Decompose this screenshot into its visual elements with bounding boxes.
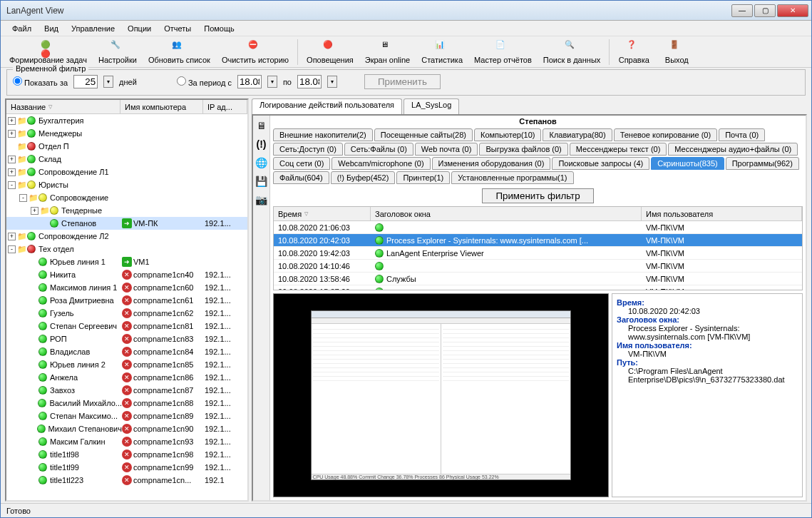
expand-icon[interactable]: -	[8, 245, 16, 253]
rec-header-time[interactable]: Время▽	[274, 207, 371, 220]
category-tab[interactable]: Принтер(1)	[396, 171, 450, 184]
tree-folder-row[interactable]: +📁Бухгалтерия	[6, 114, 247, 127]
record-row[interactable]: 10.08.2020 21:06:03VM-ПК\VM	[274, 221, 802, 234]
date-from-input[interactable]	[237, 75, 262, 88]
category-tab[interactable]: Выгрузка файлов (0)	[479, 143, 567, 156]
minimize-button[interactable]: —	[731, 4, 753, 17]
toolbar-button[interactable]: 👥Обновить список	[143, 39, 216, 66]
expand-icon[interactable]: +	[8, 156, 16, 163]
period-radio[interactable]: За период с	[177, 76, 232, 87]
record-row[interactable]: 10.08.2020 20:42:03Process Explorer - Sy…	[274, 234, 802, 247]
days-input[interactable]	[73, 75, 98, 88]
category-tab[interactable]: (!) Буфер(452)	[331, 171, 396, 184]
menu-item[interactable]: Файл	[6, 23, 37, 34]
tree-header-name[interactable]: Название▽	[6, 100, 120, 113]
category-tab[interactable]: Соц сети (0)	[273, 157, 330, 170]
record-row[interactable]: 06.08.2020 15:37:20VM-ПК\VM	[274, 285, 802, 290]
toolbar-button[interactable]: 🟢🔴Формирование задач	[4, 39, 93, 66]
category-tab[interactable]: Скриншоты(835)	[651, 157, 724, 170]
log-tab[interactable]: Логирование действий пользователя	[252, 98, 402, 114]
category-tab[interactable]: Внешние накопители(2)	[273, 128, 373, 141]
category-tab[interactable]: Webcam/microphone (0)	[332, 157, 430, 170]
globe-icon[interactable]: 🌐	[255, 157, 268, 170]
rec-header-user[interactable]: Имя пользователя	[642, 207, 802, 220]
maximize-button[interactable]: ▢	[754, 4, 776, 17]
category-tab[interactable]: Установленные программы(1)	[451, 171, 573, 184]
tree-folder-row[interactable]: +📁Тендерные	[6, 204, 247, 217]
tree-user-row[interactable]: Степан Максимо...✕compname1cn89192.1...	[6, 410, 247, 422]
tree-header-ip[interactable]: IP ад...	[203, 100, 247, 113]
apply-filter-button[interactable]: Применить фильтр	[482, 188, 593, 203]
tree-user-row[interactable]: Владислав✕compname1cn84192.1...	[6, 345, 247, 358]
toolbar-button[interactable]: 🔍Поиск в данных	[538, 39, 607, 66]
tree-header-comp[interactable]: Имя компьютера	[120, 100, 203, 113]
tree-user-row[interactable]: Юрьев линия 2✕compname1cn85192.1...	[6, 358, 247, 371]
tree-user-row[interactable]: Юрьев линия 1➜VM1	[6, 255, 247, 268]
apply-time-filter-button[interactable]: Применить	[364, 74, 441, 89]
date-to-dropdown[interactable]: ▾	[327, 76, 337, 88]
toolbar-button[interactable]: 🔴Оповещения	[301, 39, 359, 66]
records-body[interactable]: 10.08.2020 21:06:03VM-ПК\VM10.08.2020 20…	[274, 221, 802, 290]
menu-item[interactable]: Опции	[122, 23, 157, 34]
toolbar-button[interactable]: ❓Справка	[612, 39, 655, 66]
toolbar-button[interactable]: 🔧Настройки	[93, 39, 143, 66]
show-for-radio[interactable]: Показать за	[13, 76, 68, 87]
category-tab[interactable]: Мессенджеры текст (0)	[570, 143, 667, 156]
tree-user-row[interactable]: Гузель✕compname1cn62192.1...	[6, 307, 247, 320]
close-button[interactable]: ✕	[777, 4, 808, 17]
record-row[interactable]: 10.08.2020 13:58:46СлужбыVM-ПК\VM	[274, 273, 802, 285]
category-tab[interactable]: Файлы(604)	[273, 171, 329, 184]
record-row[interactable]: 10.08.2020 19:42:03LanAgent Enterprise V…	[274, 247, 802, 260]
toolbar-button[interactable]: 📊Статистика	[416, 39, 468, 66]
tree-user-row[interactable]: Максим Галкин✕compname1cn93192.1...	[6, 435, 247, 448]
category-tab[interactable]: Компьютер(10)	[474, 128, 542, 141]
toolbar-button[interactable]: 🚪Выход	[655, 39, 698, 66]
menu-item[interactable]: Вид	[38, 23, 64, 34]
tree-user-row[interactable]: title1tl98✕compname1cn98192.1...	[6, 448, 247, 461]
toolbar-button[interactable]: 📄Мастер отчётов	[468, 39, 538, 66]
category-tab[interactable]: Мессенджеры аудио+файлы (0)	[668, 143, 798, 156]
toolbar-button[interactable]: ⛔Очистить историю	[216, 39, 294, 66]
tree-user-row[interactable]: Василий Михайло...✕compname1cn88192.1...	[6, 397, 247, 410]
tree-user-row[interactable]: Роза Дмитриевна✕compname1cn61192.1...	[6, 294, 247, 307]
expand-icon[interactable]: +	[8, 130, 16, 138]
tree-folder-row[interactable]: +📁Сопровождение Л2	[6, 230, 247, 243]
category-tab[interactable]: Web почта (0)	[415, 143, 478, 156]
tree-user-row[interactable]: РОП✕compname1cn83192.1...	[6, 332, 247, 345]
tree-folder-row[interactable]: -📁Сопровождение	[6, 191, 247, 204]
tree-user-row[interactable]: Степан Сергеевич✕compname1cn81192.1...	[6, 320, 247, 332]
category-tab[interactable]: Почта (0)	[719, 128, 765, 141]
tree-user-row[interactable]: title1tl99✕compname1cn99192.1...	[6, 461, 247, 474]
menu-item[interactable]: Помощь	[198, 23, 240, 34]
expand-icon[interactable]: -	[19, 194, 27, 202]
tree-folder-row[interactable]: +📁Сопровождение Л1	[6, 166, 247, 178]
toolbar-button[interactable]: 🖥Экран online	[359, 39, 416, 66]
category-tab[interactable]: Сеть:Доступ (0)	[273, 143, 343, 156]
tree-user-row[interactable]: title1tl223✕compname1cn...192.1	[6, 474, 247, 487]
tree-user-row[interactable]: Анжела✕compname1cn86192.1...	[6, 371, 247, 384]
log-tab[interactable]: LA_SysLog	[404, 98, 459, 114]
menu-item[interactable]: Управление	[66, 23, 120, 34]
tree-folder-row[interactable]: +📁Менеджеры	[6, 127, 247, 140]
menu-item[interactable]: Отчеты	[158, 23, 197, 34]
tree-folder-row[interactable]: -📁Юристы	[6, 178, 247, 191]
expand-icon[interactable]: +	[8, 233, 16, 240]
tree-body[interactable]: +📁Бухгалтерия+📁Менеджеры📁Отдел П+📁Склад+…	[6, 114, 247, 500]
alert-icon[interactable]: (!)	[255, 138, 268, 151]
expand-icon[interactable]: -	[8, 181, 16, 189]
category-tab[interactable]: Теневое копирование (0)	[614, 128, 718, 141]
camera-icon[interactable]: 📷	[255, 194, 268, 207]
category-tab[interactable]: Клавиатура(80)	[543, 128, 612, 141]
category-tab[interactable]: Посещенные сайты(28)	[374, 128, 473, 141]
expand-icon[interactable]: +	[8, 117, 16, 125]
tree-user-row[interactable]: Степанов➜VM-ПК192.1...	[6, 217, 247, 230]
tree-folder-row[interactable]: 📁Отдел П	[6, 140, 247, 153]
record-row[interactable]: 10.08.2020 14:10:46VM-ПК\VM	[274, 260, 802, 273]
date-to-input[interactable]	[297, 75, 322, 88]
screenshot-preview[interactable]: CPU Usage 48.88% Commit Change 36.78% Pr…	[273, 293, 609, 497]
category-tab[interactable]: Программы(962)	[726, 157, 799, 170]
drive-icon[interactable]: 💾	[255, 176, 268, 188]
tree-user-row[interactable]: Никита✕compname1cn40192.1...	[6, 268, 247, 281]
tree-user-row[interactable]: Михаил Степанович✕compname1cn90192.1...	[6, 422, 247, 435]
tree-user-row[interactable]: Завхоз✕compname1cn87192.1...	[6, 384, 247, 397]
